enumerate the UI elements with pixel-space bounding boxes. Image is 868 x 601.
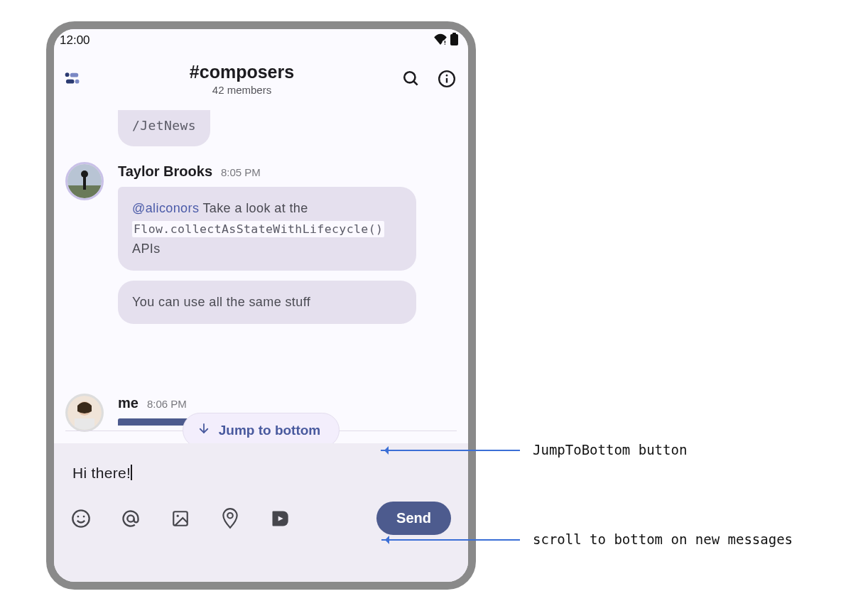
status-time: 12:00 — [60, 33, 90, 48]
app-bar: #composers 42 members — [54, 50, 468, 107]
svg-point-1 — [445, 43, 446, 45]
message-author: me — [118, 395, 139, 411]
avatar[interactable] — [65, 162, 104, 200]
svg-rect-6 — [66, 80, 75, 84]
svg-rect-2 — [450, 34, 458, 45]
svg-rect-19 — [75, 418, 94, 430]
message-bubble: @aliconors Take a look at the Flow.colle… — [118, 187, 416, 271]
message-time: 8:05 PM — [221, 166, 261, 178]
annotation-label: JumpToBottom button — [533, 442, 687, 457]
send-button[interactable]: Send — [376, 502, 451, 535]
emoji-icon[interactable] — [71, 509, 91, 529]
duo-icon[interactable] — [270, 509, 290, 529]
status-bar: 12:00 — [54, 29, 468, 50]
code-span: Flow.collectAsStateWithLifecycle() — [132, 221, 384, 237]
mention[interactable]: @aliconors — [132, 201, 199, 215]
message-partial: /JetNews — [54, 107, 468, 159]
message-row: Taylor Brooks 8:05 PM @aliconors Take a … — [54, 159, 468, 337]
svg-point-22 — [83, 515, 85, 517]
message-list[interactable]: /JetNews Taylor Brooks 8:05 PM @aliconor… — [54, 107, 468, 502]
message-input[interactable]: Hi there! — [72, 465, 132, 481]
drawer-button[interactable] — [63, 69, 82, 89]
svg-point-26 — [227, 512, 233, 518]
svg-rect-24 — [173, 511, 188, 526]
svg-rect-5 — [70, 73, 79, 77]
svg-point-8 — [404, 72, 415, 82]
phone-frame: 12:00 #composers 42 members — [46, 21, 476, 590]
annotation-label: scroll to bottom on new messages — [533, 531, 793, 547]
annotation-arrow — [381, 539, 520, 541]
info-button[interactable] — [437, 69, 457, 89]
message-author: Taylor Brooks — [118, 163, 212, 180]
image-icon[interactable] — [170, 509, 190, 529]
mention-icon[interactable] — [121, 509, 141, 529]
message-bubble: You can use all the same stuff — [118, 281, 416, 324]
svg-line-9 — [413, 81, 417, 85]
message-bubble: /JetNews — [118, 110, 210, 146]
svg-point-15 — [81, 170, 88, 178]
search-button[interactable] — [401, 69, 421, 89]
svg-point-20 — [72, 510, 89, 526]
annotation-arrow — [381, 450, 520, 451]
svg-point-23 — [127, 515, 134, 521]
svg-point-12 — [446, 75, 448, 77]
jump-label: Jump to bottom — [219, 423, 321, 438]
wifi-icon — [433, 33, 447, 48]
jump-to-bottom-button[interactable]: Jump to bottom — [183, 413, 340, 448]
compose-panel: Hi there! Send — [54, 443, 468, 582]
avatar[interactable] — [65, 394, 104, 432]
location-icon[interactable] — [220, 509, 240, 529]
svg-point-4 — [65, 72, 70, 77]
svg-point-21 — [77, 515, 80, 517]
channel-title: #composers — [82, 62, 401, 82]
svg-rect-3 — [452, 33, 456, 35]
arrow-down-icon — [197, 422, 210, 438]
svg-point-25 — [177, 514, 179, 516]
battery-icon — [450, 33, 458, 49]
svg-point-7 — [75, 80, 80, 84]
message-time: 8:06 PM — [147, 398, 187, 410]
channel-members: 42 members — [82, 84, 401, 96]
